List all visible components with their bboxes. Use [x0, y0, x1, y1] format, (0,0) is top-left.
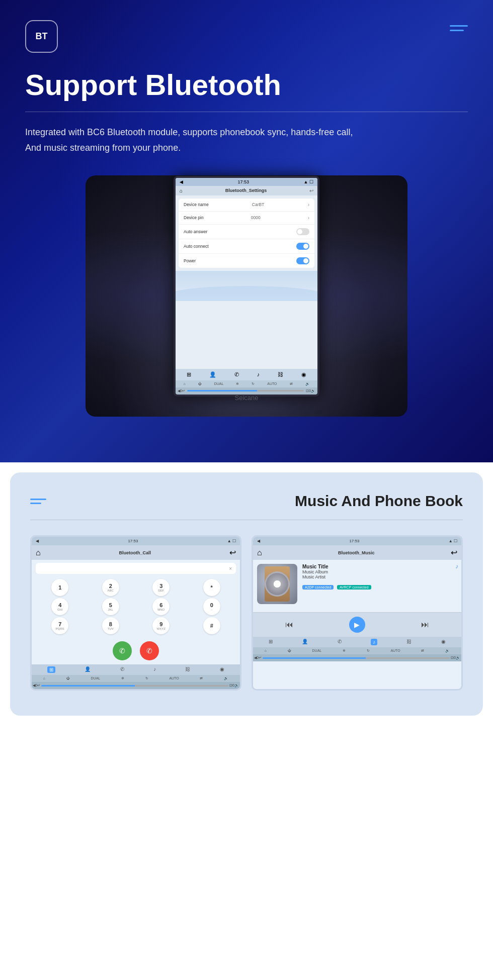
ctrl-vol[interactable]: 🔊 — [305, 382, 310, 386]
hero-header: BT — [25, 20, 468, 53]
key-1[interactable]: 1 — [51, 579, 68, 596]
answer-call-button[interactable]: ✆ — [113, 641, 132, 660]
settings-row-device-pin[interactable]: Device pin 0000 › — [179, 212, 314, 225]
ctrl-loop[interactable]: ↻ — [252, 382, 255, 386]
auto-answer-toggle[interactable] — [296, 228, 309, 235]
next-button[interactable]: ⏭ — [421, 620, 429, 629]
music-tab-grid[interactable]: ⊞ — [269, 639, 273, 645]
settings-row-auto-answer[interactable]: Auto answer — [179, 225, 314, 239]
bottom-divider — [30, 520, 463, 520]
call-screen-controls: ⌂ ⏻ DUAL ❄ ↻ AUTO ⇌ 🔊 — [32, 675, 240, 682]
music-eq-return[interactable]: ↵ — [259, 656, 262, 660]
key-6[interactable]: 6 MNO — [152, 598, 170, 615]
key-9[interactable]: 9 WXYZ — [152, 617, 170, 634]
call-screen-status: ◀ 17:53 ▲ ☐ — [32, 537, 240, 545]
tab-grid[interactable]: ⊞ — [187, 371, 191, 378]
tab-link[interactable]: ⛓ — [278, 371, 283, 378]
music-ctrl-snow[interactable]: ❄ — [343, 649, 346, 653]
key-4[interactable]: 4 GHI — [51, 598, 68, 615]
call-eq-vol2[interactable]: 🔉 — [234, 683, 239, 688]
tab-eye[interactable]: ◉ — [301, 371, 306, 378]
music-tab-link[interactable]: ⛓ — [406, 639, 412, 645]
call-screen-title: Bluetooth_Call — [41, 550, 229, 555]
screen-eq-bar: ◀ 0 ↵ ⊡ 0 🔉 — [176, 387, 317, 395]
music-eq-vol2[interactable]: 🔉 — [456, 656, 460, 660]
auto-connect-toggle[interactable] — [296, 243, 309, 250]
ctrl-power[interactable]: ⏻ — [198, 382, 202, 385]
bottom-menu-icon[interactable] — [30, 499, 46, 504]
call-tab-music[interactable]: ♪ — [153, 666, 156, 673]
device-pin-value: 0000 — [251, 215, 261, 220]
music-tab-eye[interactable]: ◉ — [441, 639, 446, 645]
arrow-icon-2: › — [308, 215, 309, 221]
music-note-icon: ♪ — [455, 563, 458, 570]
music-nav: ⌂ Bluetooth_Music ↩ — [253, 545, 461, 560]
call-ctrl-vol[interactable]: 🔊 — [224, 676, 228, 680]
music-back[interactable]: ↩ — [451, 548, 457, 557]
ctrl-snow[interactable]: ❄ — [236, 382, 239, 386]
music-tab-phone[interactable]: ✆ — [338, 639, 342, 645]
device-name-label: Device name — [184, 202, 209, 207]
music-title: Music Title — [302, 564, 457, 569]
music-ctrl-home[interactable]: ⌂ — [265, 649, 267, 653]
key-2[interactable]: 2 ABC — [102, 579, 119, 596]
dialpad-input[interactable]: × — [36, 563, 236, 574]
eq-vol2[interactable]: 🔉 — [311, 389, 315, 393]
call-ctrl-loop[interactable]: ↻ — [145, 676, 148, 680]
settings-row-power[interactable]: Power — [179, 254, 314, 268]
call-ctrl-power[interactable]: ⏻ — [66, 676, 70, 680]
album-art — [257, 564, 297, 604]
music-home[interactable]: ⌂ — [257, 548, 262, 557]
tab-music[interactable]: ♪ — [257, 371, 260, 378]
music-ctrl-vol[interactable]: 🔊 — [445, 649, 450, 653]
call-eq-slider[interactable] — [41, 685, 228, 687]
device-pin-label: Device pin — [184, 215, 204, 220]
ctrl-home[interactable]: ⌂ — [183, 382, 185, 385]
screen-controls: ⌂ ⏻ DUAL ❄ ↻ AUTO ⇌ 🔊 — [176, 380, 317, 387]
music-back-arrow: ◀ — [257, 539, 260, 543]
music-ctrl-auto: AUTO — [390, 649, 400, 653]
music-ctrl-power[interactable]: ⏻ — [288, 649, 291, 653]
home-icon[interactable]: ⌂ — [180, 188, 183, 193]
call-ctrl-arrows[interactable]: ⇌ — [200, 676, 203, 680]
call-tab-person[interactable]: 👤 — [85, 666, 91, 673]
menu-button[interactable] — [450, 20, 468, 31]
power-toggle[interactable] — [296, 257, 309, 264]
clear-icon[interactable]: × — [229, 566, 232, 571]
key-5[interactable]: 5 JKL — [102, 598, 119, 615]
music-ctrl-loop[interactable]: ↻ — [367, 649, 370, 653]
call-tab-eye[interactable]: ◉ — [220, 666, 224, 673]
call-ctrl-home[interactable]: ⌂ — [43, 676, 45, 680]
music-eq-slider[interactable] — [263, 657, 450, 659]
tab-phone[interactable]: ✆ — [234, 371, 239, 378]
key-0[interactable]: 0 - — [203, 598, 220, 615]
call-ctrl-snow[interactable]: ❄ — [121, 676, 124, 680]
ctrl-auto: AUTO — [267, 382, 277, 385]
call-tab-grid[interactable]: ⊞ — [47, 666, 55, 673]
call-back[interactable]: ↩ — [229, 548, 236, 557]
key-8[interactable]: 8 TUV — [102, 617, 119, 634]
music-tab-music[interactable]: ♪ — [371, 639, 377, 645]
music-status-icons: ▲ ☐ — [449, 539, 457, 543]
settings-row-device-name[interactable]: Device name CarBT › — [179, 199, 314, 212]
tab-person[interactable]: 👤 — [209, 371, 216, 378]
key-star[interactable]: * — [203, 579, 220, 596]
prev-button[interactable]: ⏮ — [285, 620, 293, 629]
eq-slider[interactable] — [187, 390, 304, 391]
screen-back-icon[interactable]: ↩ — [309, 188, 313, 193]
call-eq-return[interactable]: ↵ — [37, 683, 40, 688]
key-7[interactable]: 7 PQRS — [51, 617, 68, 634]
play-button[interactable]: ▶ — [349, 617, 365, 633]
key-hash[interactable]: # — [203, 617, 220, 634]
music-ctrl-arrows[interactable]: ⇌ — [421, 649, 424, 653]
music-tab-person[interactable]: 👤 — [302, 639, 308, 645]
end-call-button[interactable]: ✆ — [140, 641, 159, 660]
key-3[interactable]: 3 DEF — [152, 579, 170, 596]
eq-return[interactable]: ↵ — [182, 389, 185, 393]
hamburger-line-2 — [450, 30, 464, 31]
call-tab-phone[interactable]: ✆ — [120, 666, 124, 673]
settings-row-auto-connect[interactable]: Auto connect — [179, 239, 314, 254]
call-tab-link[interactable]: ⛓ — [185, 666, 190, 673]
ctrl-arrows[interactable]: ⇌ — [290, 382, 293, 386]
call-home[interactable]: ⌂ — [36, 548, 41, 557]
